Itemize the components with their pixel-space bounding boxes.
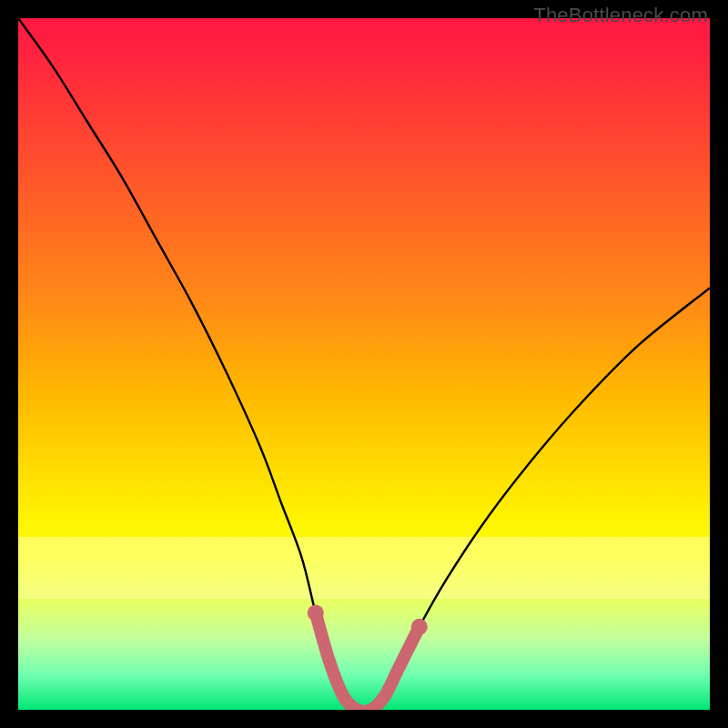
highlight-segment (316, 613, 420, 710)
plot-frame (18, 18, 710, 710)
highlight-dot-left (308, 605, 324, 622)
bottleneck-curve (18, 18, 710, 710)
curve-layer (18, 18, 710, 710)
highlight-dot-right (411, 619, 428, 635)
watermark-text: TheBottleneck.com (533, 4, 708, 27)
